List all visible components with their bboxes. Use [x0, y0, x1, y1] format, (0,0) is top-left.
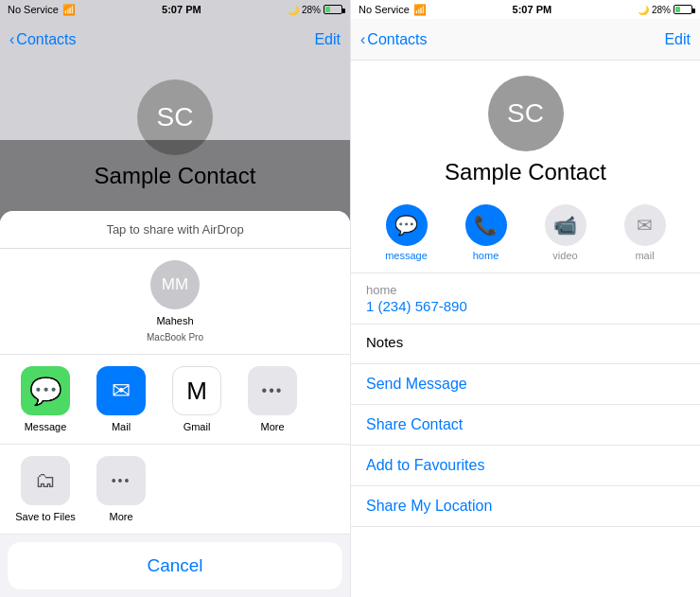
- phone-row: home 1 (234) 567-890: [351, 273, 700, 325]
- carrier-label-right: No Service: [359, 4, 410, 15]
- right-panel: No Service 📶 5:07 PM 🌙 28% ‹ Contacts Ed…: [350, 0, 700, 597]
- moon-icon: 🌙: [288, 5, 299, 15]
- wifi-icon-right: 📶: [413, 4, 427, 16]
- action-row: 🗂 Save to Files ••• More: [0, 445, 350, 535]
- moon-icon-right: 🌙: [638, 5, 649, 15]
- action-btn-message[interactable]: 💬 message: [378, 204, 435, 261]
- gmail-app-label: Gmail: [184, 421, 211, 432]
- airdrop-hint: Tap to share with AirDrop: [0, 211, 350, 249]
- airdrop-item[interactable]: MM Mahesh MacBook Pro: [142, 260, 208, 342]
- add-favourites-row[interactable]: Add to Favourites: [351, 446, 700, 486]
- save-files-icon: 🗂: [21, 456, 70, 505]
- avatar-right: SC: [488, 76, 564, 151]
- status-bar-left: No Service 📶 5:07 PM 🌙 28%: [0, 0, 350, 19]
- more-action-label: More: [109, 511, 132, 522]
- nav-bar-right: ‹ Contacts Edit: [351, 19, 700, 61]
- time-label-right: 5:07 PM: [513, 4, 552, 15]
- share-contact-row[interactable]: Share Contact: [351, 405, 700, 446]
- airdrop-avatar: MM: [150, 260, 200, 309]
- share-sheet-overlay: Tap to share with AirDrop MM Mahesh MacB…: [0, 140, 350, 597]
- action-btn-home[interactable]: 📞 home: [458, 204, 515, 261]
- mail-app-label: Mail: [112, 421, 131, 432]
- gmail-app-icon: M: [172, 366, 221, 415]
- action-item-more[interactable]: ••• More: [91, 456, 151, 522]
- edit-button-right[interactable]: Edit: [664, 31, 691, 48]
- status-right-left: No Service 📶: [359, 4, 427, 16]
- contact-name-right: Sample Contact: [445, 159, 606, 185]
- app-item-message[interactable]: 💬 Message: [15, 366, 76, 432]
- back-button-left[interactable]: ‹ Contacts: [9, 31, 76, 48]
- video-btn-circle: 📹: [545, 204, 586, 246]
- app-item-mail[interactable]: ✉ Mail: [91, 366, 151, 432]
- cancel-button[interactable]: Cancel: [8, 542, 342, 589]
- back-label-right: Contacts: [367, 31, 427, 48]
- action-item-save-files[interactable]: 🗂 Save to Files: [15, 456, 76, 522]
- phone-label: home: [366, 283, 685, 297]
- video-btn-label: video: [552, 250, 577, 261]
- mail-btn-circle: ✉: [624, 204, 666, 246]
- back-button-right[interactable]: ‹ Contacts: [360, 31, 427, 48]
- status-bar-right: No Service 📶 5:07 PM 🌙 28%: [351, 0, 700, 19]
- status-right: 🌙 28%: [288, 5, 342, 15]
- airdrop-row: MM Mahesh MacBook Pro: [0, 249, 350, 355]
- info-section: home 1 (234) 567-890 Notes Send Message …: [351, 273, 700, 597]
- notes-label: Notes: [351, 325, 700, 356]
- save-files-label: Save to Files: [15, 511, 76, 522]
- edit-button-left[interactable]: Edit: [314, 31, 341, 48]
- send-message-row[interactable]: Send Message: [351, 364, 700, 405]
- battery-icon-right: [674, 5, 692, 14]
- send-message-link[interactable]: Send Message: [366, 376, 685, 393]
- chevron-left-icon-right: ‹: [360, 31, 365, 48]
- airdrop-user-name: Mahesh: [156, 315, 193, 326]
- action-btn-mail[interactable]: ✉ mail: [617, 204, 674, 261]
- home-btn-label: home: [473, 250, 499, 261]
- wifi-icon: 📶: [62, 4, 76, 16]
- status-right-right: 🌙 28%: [638, 5, 692, 15]
- battery-label: 28%: [302, 5, 321, 15]
- app-item-more[interactable]: ••• More: [242, 366, 303, 432]
- message-btn-circle: 💬: [386, 204, 428, 246]
- message-btn-label: message: [385, 250, 428, 261]
- message-app-icon: 💬: [21, 366, 70, 415]
- mail-btn-label: mail: [635, 250, 654, 261]
- contact-header: SC Sample Contact: [351, 61, 700, 197]
- add-favourites-link[interactable]: Add to Favourites: [366, 457, 685, 474]
- nav-bar-left: ‹ Contacts Edit: [0, 19, 350, 61]
- time-label: 5:07 PM: [162, 4, 201, 15]
- share-location-row[interactable]: Share My Location: [351, 486, 700, 527]
- message-app-label: Message: [25, 421, 67, 432]
- app-row: 💬 Message ✉ Mail M Gmail ••• More: [0, 355, 350, 445]
- share-sheet: Tap to share with AirDrop MM Mahesh MacB…: [0, 211, 350, 597]
- more-app-label: More: [260, 421, 284, 432]
- more-action-icon: •••: [96, 456, 146, 505]
- action-buttons-row: 💬 message 📞 home 📹 video ✉ mail: [351, 197, 700, 273]
- left-panel: No Service 📶 5:07 PM 🌙 28% ‹ Contacts Ed…: [0, 0, 350, 597]
- airdrop-device: MacBook Pro: [147, 332, 203, 342]
- more-app-icon: •••: [248, 366, 297, 415]
- home-btn-circle: 📞: [465, 204, 507, 246]
- carrier-label: No Service: [8, 4, 59, 15]
- chevron-left-icon: ‹: [9, 31, 14, 48]
- app-item-gmail[interactable]: M Gmail: [166, 366, 227, 432]
- status-left: No Service 📶: [8, 4, 76, 16]
- share-location-link[interactable]: Share My Location: [366, 498, 685, 515]
- action-btn-video[interactable]: 📹 video: [537, 204, 594, 261]
- share-contact-link[interactable]: Share Contact: [366, 416, 685, 433]
- back-label-left: Contacts: [16, 31, 76, 48]
- phone-value[interactable]: 1 (234) 567-890: [366, 298, 685, 314]
- battery-icon: [324, 5, 342, 14]
- mail-app-icon: ✉: [96, 366, 146, 415]
- battery-label-right: 28%: [652, 5, 671, 15]
